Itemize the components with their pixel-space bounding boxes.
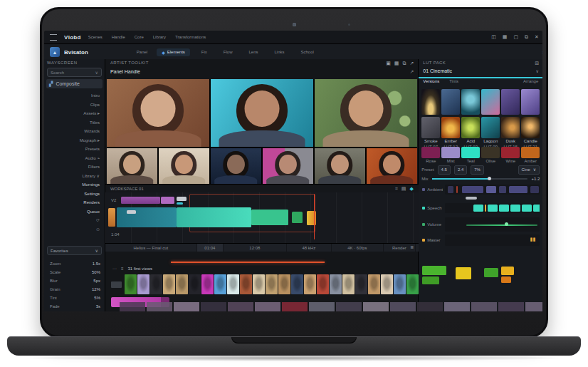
menu-item[interactable]: Scenes — [88, 35, 103, 39]
property-row[interactable]: Blur 5px — [44, 276, 105, 285]
track-lane[interactable] — [445, 185, 540, 195]
track-lane[interactable]: ▮▮ — [445, 234, 540, 246]
video-clip[interactable] — [107, 148, 157, 184]
strip-thumb[interactable] — [390, 302, 416, 311]
sidebar-item[interactable]: Wizards — [44, 127, 105, 136]
filmstrip-thumb[interactable] — [266, 274, 278, 294]
sidebar-item[interactable]: Mornings — [44, 180, 105, 190]
audio-segment[interactable] — [473, 205, 483, 212]
timeline-clip[interactable] — [127, 210, 136, 214]
sidebar-item[interactable]: Filters — [44, 162, 105, 172]
audio-segment[interactable] — [530, 186, 539, 193]
panel-icon[interactable]: ▦ — [394, 61, 399, 66]
sidebar-item[interactable]: Renders — [44, 198, 105, 207]
workspace-tab[interactable]: ◆ Elements — [157, 48, 190, 56]
filmstrip-thumb[interactable] — [214, 274, 226, 294]
expand-icon[interactable]: ↗ — [409, 69, 414, 75]
filmstrip-thumb[interactable] — [201, 274, 214, 294]
collection-dropdown[interactable]: Favorites ∨ — [47, 246, 102, 255]
toolbar-icon[interactable]: ◫ — [491, 34, 496, 40]
lut-thumbnail[interactable] — [501, 89, 520, 115]
panel-icon[interactable]: ↗ — [409, 61, 414, 66]
queue-clip[interactable] — [501, 267, 514, 275]
filmstrip-handle[interactable] — [111, 281, 122, 288]
color-swatch[interactable] — [421, 147, 440, 158]
audio-segment[interactable] — [522, 205, 532, 212]
video-clip[interactable] — [107, 79, 209, 147]
timeline-clip[interactable] — [177, 207, 251, 227]
toolbar-icon[interactable]: ⧉ — [525, 34, 528, 40]
status-segment[interactable]: 01:04 — [197, 244, 224, 252]
sidebar-item[interactable]: Queue — [44, 207, 105, 217]
audio-segment[interactable] — [499, 186, 506, 193]
timeline-clip[interactable] — [177, 202, 183, 205]
strip-thumb[interactable] — [147, 302, 172, 311]
strip-thumb[interactable] — [282, 302, 308, 311]
queue-clip[interactable] — [422, 266, 446, 275]
queue-clip[interactable] — [501, 276, 511, 283]
queue-clip[interactable] — [422, 276, 439, 284]
volume-curve[interactable] — [466, 224, 537, 226]
filmstrip-thumb[interactable] — [304, 274, 316, 294]
filmstrip-thumb[interactable] — [278, 274, 290, 294]
video-clip[interactable] — [211, 79, 313, 147]
audio-segment[interactable] — [509, 186, 527, 193]
sidebar-item[interactable]: Intro — [44, 91, 105, 100]
mix-slider[interactable] — [432, 178, 528, 180]
lut-thumbnail[interactable] — [421, 117, 440, 138]
video-clip[interactable] — [367, 148, 417, 184]
filmstrip-thumb[interactable] — [342, 274, 355, 294]
audio-segment[interactable] — [448, 186, 453, 193]
strip-thumb[interactable] — [498, 302, 524, 311]
filmstrip-thumb[interactable] — [125, 274, 137, 294]
property-row[interactable]: Fade 3s — [44, 302, 105, 311]
color-swatch[interactable] — [521, 147, 540, 158]
timeline-icon[interactable]: ▤ — [401, 186, 406, 192]
status-segment[interactable]: 48 kHz — [287, 244, 332, 252]
workspace-tab[interactable]: Lens — [241, 48, 263, 56]
color-swatch[interactable] — [501, 147, 520, 158]
menu-item[interactable]: Handle — [112, 35, 125, 39]
lut-thumbnail[interactable] — [441, 117, 460, 138]
lut-thumbnail[interactable] — [521, 117, 540, 138]
more-icon[interactable]: ⋯ — [112, 266, 117, 271]
sidebar-item[interactable]: Presets — [44, 145, 105, 154]
filmstrip-thumb[interactable] — [253, 274, 265, 294]
timeline-icon[interactable]: ≡ — [395, 186, 398, 192]
timeline-tracks[interactable]: V2 1:04 — [105, 192, 419, 243]
lut-thumbnail[interactable] — [421, 89, 440, 115]
filmstrip-thumb[interactable] — [394, 274, 406, 294]
effects-tab[interactable]: Arrange — [523, 79, 538, 83]
timeline-clip[interactable] — [121, 197, 160, 204]
strip-thumb[interactable] — [471, 302, 497, 311]
track-lane[interactable] — [445, 203, 540, 213]
property-row[interactable]: Tint 5% — [44, 294, 105, 302]
filmstrip-thumb[interactable] — [381, 274, 393, 294]
filmstrip-thumb[interactable] — [330, 274, 342, 294]
audio-segment[interactable] — [486, 186, 496, 193]
menu-item[interactable]: Library — [153, 35, 166, 39]
effects-tab[interactable]: Versions — [423, 79, 439, 83]
queue-clip[interactable] — [484, 268, 498, 277]
hamburger-icon[interactable] — [50, 34, 57, 41]
menu-item[interactable]: Transformations — [175, 35, 206, 39]
video-clip[interactable] — [315, 148, 365, 184]
status-icon[interactable]: ≣ — [410, 244, 414, 249]
sidebar-item[interactable]: Audio ⌁ — [44, 154, 105, 163]
filmstrip-thumb[interactable] — [355, 274, 367, 294]
strip-thumb[interactable] — [255, 302, 280, 311]
color-swatch[interactable] — [441, 147, 460, 158]
lut-thumbnail[interactable] — [481, 117, 500, 138]
lut-thumbnail[interactable] — [461, 89, 480, 115]
track-lane[interactable] — [445, 217, 540, 232]
workspace-tab[interactable]: Panel — [130, 48, 152, 56]
timeline-clip[interactable] — [117, 207, 177, 227]
filmstrip-thumb[interactable] — [406, 274, 419, 294]
workspace-tab[interactable]: Flow — [216, 48, 238, 56]
timeline-clip[interactable] — [292, 212, 303, 223]
list-icon[interactable]: ≡ — [121, 267, 124, 271]
video-clip[interactable] — [211, 148, 261, 184]
timeline-clip[interactable] — [108, 208, 115, 227]
slider-knob[interactable] — [488, 177, 491, 180]
filmstrip-thumb[interactable] — [227, 274, 239, 294]
